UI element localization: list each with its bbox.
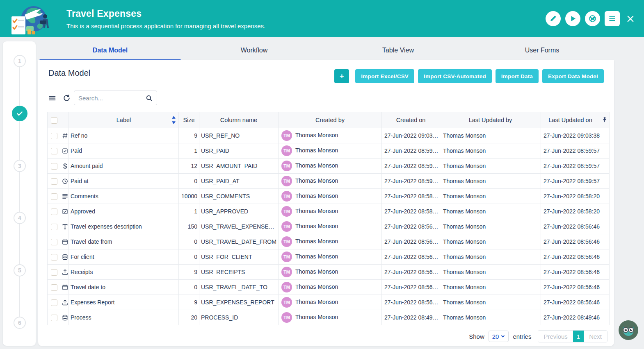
stepper-step-5[interactable]: 5 <box>14 264 26 276</box>
tab-workflow[interactable]: Workflow <box>182 41 326 60</box>
stepper-step-1[interactable]: 1 <box>14 55 26 67</box>
column-header-label[interactable]: Label <box>69 112 179 128</box>
row-column-name: USR_PAID <box>199 143 279 159</box>
row-checkbox[interactable] <box>51 299 57 306</box>
tab-data-model[interactable]: Data Model <box>38 41 182 60</box>
row-column-name: USR_TRAVEL_EXPENSES_DE... <box>199 219 279 234</box>
icon-column-header <box>61 112 69 128</box>
row-created-by: TMThomas Monson <box>279 280 382 295</box>
list-menu-icon[interactable] <box>48 94 56 102</box>
owl-mascot-widget[interactable] <box>619 320 638 340</box>
row-label: Travel expenses description <box>69 219 179 234</box>
select-all-checkbox[interactable] <box>51 117 57 124</box>
stepper-step-2[interactable] <box>12 106 27 121</box>
row-checkbox-cell <box>48 174 61 189</box>
row-checkbox[interactable] <box>51 315 57 321</box>
row-updated-on: 27-Jun-2022 08:59:57 <box>541 174 600 189</box>
play-icon[interactable] <box>565 11 580 26</box>
table-row[interactable]: Approved1USR_APPROVEDTMThomas Monson27-J… <box>48 204 610 219</box>
tab-bar: Data Model Workflow Table View User Form… <box>38 41 614 60</box>
row-checkbox[interactable] <box>51 284 57 291</box>
table-row[interactable]: For client0USR_FOR_CLIENTTMThomas Monson… <box>48 249 610 265</box>
search-input[interactable] <box>78 95 146 102</box>
row-pin-cell <box>600 234 610 249</box>
process-stepper: 13456 <box>2 41 36 346</box>
row-checkbox[interactable] <box>51 239 57 245</box>
row-column-name: USR_FOR_CLIENT <box>199 249 279 265</box>
table-row[interactable]: Travel date to0USR_TRAVEL_DATE_TOTMThoma… <box>48 280 610 295</box>
table-row[interactable]: Paid at0USR_PAID_ATTMThomas Monson27-Jun… <box>48 174 610 189</box>
column-header-created-on[interactable]: Created on <box>382 112 440 128</box>
row-updated-by: Thomas Monson <box>440 128 541 143</box>
tab-user-forms[interactable]: User Forms <box>470 41 614 60</box>
user-avatar: TM <box>281 267 292 277</box>
row-updated-on: 27-Jun-2022 08:58:20 <box>541 204 600 219</box>
column-header-column-name[interactable]: Column name <box>199 112 279 128</box>
row-updated-by: Thomas Monson <box>440 234 541 249</box>
row-created-by: TMThomas Monson <box>279 310 382 325</box>
row-type-cell <box>61 189 69 204</box>
table-row[interactable]: Paid1USR_PAIDTMThomas Monson27-Jun-2022 … <box>48 143 610 159</box>
export-data-model-button[interactable]: Export Data Model <box>542 69 604 83</box>
edit-icon[interactable] <box>546 11 561 26</box>
pin-icon[interactable] <box>600 112 610 128</box>
row-created-by: TMThomas Monson <box>279 159 382 174</box>
row-size: 0 <box>179 174 199 189</box>
import-excel-csv-button[interactable]: Import Excel/CSV <box>355 69 414 83</box>
close-icon[interactable] <box>624 13 637 25</box>
page-size-select[interactable]: 20 <box>489 331 509 342</box>
previous-page-button[interactable]: Previous <box>538 331 573 342</box>
sort-icon[interactable] <box>171 116 176 126</box>
menu-icon[interactable] <box>605 11 620 26</box>
row-size: 10000 <box>179 189 199 204</box>
row-label: Paid at <box>69 174 179 189</box>
table-row[interactable]: Receipts9USR_RECEIPTSTMThomas Monson27-J… <box>48 265 610 280</box>
row-label: Comments <box>69 189 179 204</box>
table-row[interactable]: Ref no9USR_REF_NOTMThomas Monson27-Jun-2… <box>48 128 610 143</box>
globe-icon[interactable] <box>585 11 600 26</box>
row-type-cell <box>61 159 69 174</box>
stepper-step-4[interactable]: 4 <box>14 212 26 224</box>
search-icon[interactable] <box>146 95 153 102</box>
table-row[interactable]: Expenses Report9USR_EXPENSES_REPORTTMTho… <box>48 295 610 310</box>
refresh-icon[interactable] <box>63 94 71 102</box>
import-data-button[interactable]: Import Data <box>496 69 539 83</box>
row-checkbox[interactable] <box>51 269 57 276</box>
row-checkbox[interactable] <box>51 133 57 139</box>
row-checkbox[interactable] <box>51 254 57 261</box>
row-type-cell <box>61 310 69 325</box>
table-row[interactable]: Comments10000USR_COMMENTSTMThomas Monson… <box>48 189 610 204</box>
row-checkbox[interactable] <box>51 148 57 154</box>
row-size: 0 <box>179 234 199 249</box>
table-row[interactable]: Travel date from0USR_TRAVEL_DATE_FROMTMT… <box>48 234 610 249</box>
row-column-name: PROCESS_ID <box>199 310 279 325</box>
row-checkbox[interactable] <box>51 178 57 185</box>
row-checkbox[interactable] <box>51 193 57 200</box>
column-header-size[interactable]: Size <box>179 112 199 128</box>
next-page-button[interactable]: Next <box>584 331 607 342</box>
row-size: 0 <box>179 280 199 295</box>
row-checkbox[interactable] <box>51 163 57 170</box>
column-header-last-updated-on[interactable]: Last Updated on <box>541 112 600 128</box>
column-header-last-updated-by[interactable]: Last Updated by <box>440 112 541 128</box>
import-csv-automated-button[interactable]: Import CSV-Automated <box>418 69 492 83</box>
user-avatar: TM <box>281 176 292 186</box>
row-checkbox[interactable] <box>51 224 57 230</box>
current-page-button[interactable]: 1 <box>573 331 584 342</box>
stepper-step-3[interactable]: 3 <box>14 160 26 172</box>
tab-table-view[interactable]: Table View <box>326 41 470 60</box>
table-row[interactable]: Amount paid12USR_AMOUNT_PAIDTMThomas Mon… <box>48 159 610 174</box>
table-row[interactable]: Travel expenses description150USR_TRAVEL… <box>48 219 610 234</box>
add-field-button[interactable]: + <box>334 69 349 83</box>
text-icon <box>62 223 68 230</box>
table-row[interactable]: Process20PROCESS_IDTMThomas Monson27-Jun… <box>48 310 610 325</box>
row-size: 9 <box>179 128 199 143</box>
row-checkbox-cell <box>48 295 61 310</box>
row-checkbox[interactable] <box>51 208 57 215</box>
row-type-cell <box>61 174 69 189</box>
user-avatar: TM <box>281 252 292 262</box>
column-header-created-by[interactable]: Created by <box>279 112 382 128</box>
row-label: Process <box>69 310 179 325</box>
row-pin-cell <box>600 128 610 143</box>
stepper-step-6[interactable]: 6 <box>14 317 26 329</box>
